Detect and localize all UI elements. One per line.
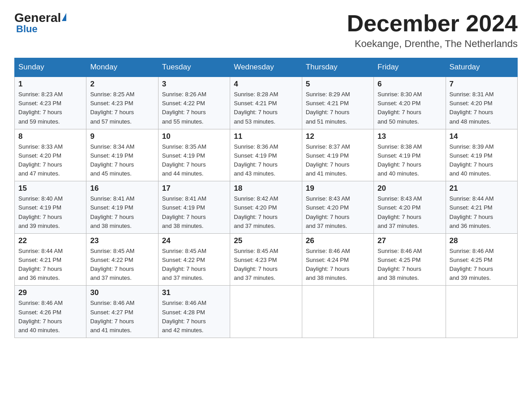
day-info: Sunrise: 8:46 AMSunset: 4:25 PMDaylight:…	[450, 247, 514, 283]
month-title: December 2024	[347, 11, 518, 36]
day-number: 9	[90, 132, 154, 141]
calendar-cell: 4Sunrise: 8:28 AMSunset: 4:21 PMDaylight…	[230, 77, 302, 129]
day-info: Sunrise: 8:23 AMSunset: 4:23 PMDaylight:…	[18, 90, 82, 126]
calendar-week-row: 22Sunrise: 8:44 AMSunset: 4:21 PMDayligh…	[15, 233, 518, 286]
day-number: 18	[234, 184, 298, 193]
day-number: 8	[18, 132, 82, 141]
calendar-cell: 17Sunrise: 8:41 AMSunset: 4:19 PMDayligh…	[158, 181, 230, 234]
day-number: 28	[450, 236, 514, 245]
calendar-header-row: SundayMondayTuesdayWednesdayThursdayFrid…	[15, 58, 518, 77]
day-number: 21	[450, 184, 514, 193]
day-number: 14	[450, 132, 514, 141]
calendar-cell: 1Sunrise: 8:23 AMSunset: 4:23 PMDaylight…	[15, 77, 86, 129]
day-number: 30	[90, 288, 154, 297]
day-number: 17	[162, 184, 226, 193]
calendar-cell: 21Sunrise: 8:44 AMSunset: 4:21 PMDayligh…	[446, 181, 517, 234]
day-info: Sunrise: 8:34 AMSunset: 4:19 PMDaylight:…	[90, 142, 154, 179]
calendar-cell: 13Sunrise: 8:38 AMSunset: 4:19 PMDayligh…	[374, 129, 446, 181]
calendar-week-row: 29Sunrise: 8:46 AMSunset: 4:26 PMDayligh…	[15, 286, 518, 338]
calendar-cell: 10Sunrise: 8:35 AMSunset: 4:19 PMDayligh…	[158, 129, 230, 181]
day-info: Sunrise: 8:28 AMSunset: 4:21 PMDaylight:…	[234, 90, 298, 126]
calendar-cell: 31Sunrise: 8:46 AMSunset: 4:28 PMDayligh…	[158, 286, 230, 338]
day-number: 24	[162, 236, 226, 245]
day-info: Sunrise: 8:37 AMSunset: 4:19 PMDaylight:…	[306, 142, 370, 179]
col-header-sunday: Sunday	[15, 58, 86, 77]
day-info: Sunrise: 8:25 AMSunset: 4:23 PMDaylight:…	[90, 90, 154, 126]
calendar-cell: 6Sunrise: 8:30 AMSunset: 4:20 PMDaylight…	[374, 77, 446, 129]
calendar-cell: 11Sunrise: 8:36 AMSunset: 4:19 PMDayligh…	[230, 129, 302, 181]
calendar-table: SundayMondayTuesdayWednesdayThursdayFrid…	[14, 58, 518, 338]
calendar-cell: 24Sunrise: 8:45 AMSunset: 4:22 PMDayligh…	[158, 233, 230, 286]
day-info: Sunrise: 8:46 AMSunset: 4:25 PMDaylight:…	[378, 247, 442, 283]
calendar-cell: 12Sunrise: 8:37 AMSunset: 4:19 PMDayligh…	[302, 129, 373, 181]
day-info: Sunrise: 8:45 AMSunset: 4:22 PMDaylight:…	[90, 247, 154, 283]
day-info: Sunrise: 8:45 AMSunset: 4:23 PMDaylight:…	[234, 247, 298, 283]
day-number: 16	[90, 184, 154, 193]
calendar-week-row: 15Sunrise: 8:40 AMSunset: 4:19 PMDayligh…	[15, 181, 518, 234]
day-info: Sunrise: 8:35 AMSunset: 4:19 PMDaylight:…	[162, 142, 226, 179]
day-info: Sunrise: 8:40 AMSunset: 4:19 PMDaylight:…	[18, 194, 82, 231]
page-header: General Blue December 2024 Koekange, Dre…	[14, 11, 518, 50]
calendar-cell: 20Sunrise: 8:43 AMSunset: 4:20 PMDayligh…	[374, 181, 446, 234]
calendar-cell: 23Sunrise: 8:45 AMSunset: 4:22 PMDayligh…	[86, 233, 158, 286]
day-info: Sunrise: 8:43 AMSunset: 4:20 PMDaylight:…	[306, 194, 370, 231]
calendar-cell	[446, 286, 517, 338]
calendar-cell: 29Sunrise: 8:46 AMSunset: 4:26 PMDayligh…	[15, 286, 86, 338]
day-number: 5	[306, 80, 370, 89]
day-number: 22	[18, 236, 82, 245]
day-info: Sunrise: 8:42 AMSunset: 4:20 PMDaylight:…	[234, 194, 298, 231]
day-number: 20	[378, 184, 442, 193]
calendar-cell: 7Sunrise: 8:31 AMSunset: 4:20 PMDaylight…	[446, 77, 517, 129]
col-header-monday: Monday	[86, 58, 158, 77]
day-info: Sunrise: 8:46 AMSunset: 4:28 PMDaylight:…	[162, 299, 226, 335]
day-info: Sunrise: 8:41 AMSunset: 4:19 PMDaylight:…	[90, 194, 154, 231]
day-number: 29	[18, 288, 82, 297]
day-number: 27	[378, 236, 442, 245]
col-header-thursday: Thursday	[302, 58, 373, 77]
day-number: 26	[306, 236, 370, 245]
day-info: Sunrise: 8:46 AMSunset: 4:24 PMDaylight:…	[306, 247, 370, 283]
day-number: 31	[162, 288, 226, 297]
calendar-cell: 9Sunrise: 8:34 AMSunset: 4:19 PMDaylight…	[86, 129, 158, 181]
day-number: 15	[18, 184, 82, 193]
col-header-tuesday: Tuesday	[158, 58, 230, 77]
day-number: 23	[90, 236, 154, 245]
day-number: 2	[90, 80, 154, 89]
day-info: Sunrise: 8:45 AMSunset: 4:22 PMDaylight:…	[162, 247, 226, 283]
day-number: 19	[306, 184, 370, 193]
calendar-cell: 25Sunrise: 8:45 AMSunset: 4:23 PMDayligh…	[230, 233, 302, 286]
day-info: Sunrise: 8:43 AMSunset: 4:20 PMDaylight:…	[378, 194, 442, 231]
day-number: 10	[162, 132, 226, 141]
day-number: 1	[18, 80, 82, 89]
day-info: Sunrise: 8:38 AMSunset: 4:19 PMDaylight:…	[378, 142, 442, 179]
day-info: Sunrise: 8:33 AMSunset: 4:20 PMDaylight:…	[18, 142, 82, 179]
calendar-cell: 15Sunrise: 8:40 AMSunset: 4:19 PMDayligh…	[15, 181, 86, 234]
day-info: Sunrise: 8:41 AMSunset: 4:19 PMDaylight:…	[162, 194, 226, 231]
logo-triangle-icon	[62, 13, 66, 21]
day-number: 3	[162, 80, 226, 89]
calendar-cell: 27Sunrise: 8:46 AMSunset: 4:25 PMDayligh…	[374, 233, 446, 286]
day-info: Sunrise: 8:46 AMSunset: 4:26 PMDaylight:…	[18, 299, 82, 335]
day-info: Sunrise: 8:26 AMSunset: 4:22 PMDaylight:…	[162, 90, 226, 126]
calendar-cell: 22Sunrise: 8:44 AMSunset: 4:21 PMDayligh…	[15, 233, 86, 286]
day-number: 13	[378, 132, 442, 141]
day-number: 11	[234, 132, 298, 141]
day-info: Sunrise: 8:36 AMSunset: 4:19 PMDaylight:…	[234, 142, 298, 179]
calendar-cell: 16Sunrise: 8:41 AMSunset: 4:19 PMDayligh…	[86, 181, 158, 234]
day-number: 25	[234, 236, 298, 245]
calendar-cell: 26Sunrise: 8:46 AMSunset: 4:24 PMDayligh…	[302, 233, 373, 286]
calendar-cell	[230, 286, 302, 338]
day-info: Sunrise: 8:29 AMSunset: 4:21 PMDaylight:…	[306, 90, 370, 126]
calendar-week-row: 1Sunrise: 8:23 AMSunset: 4:23 PMDaylight…	[15, 77, 518, 129]
day-info: Sunrise: 8:39 AMSunset: 4:19 PMDaylight:…	[450, 142, 514, 179]
calendar-cell: 30Sunrise: 8:46 AMSunset: 4:27 PMDayligh…	[86, 286, 158, 338]
day-number: 4	[234, 80, 298, 89]
day-info: Sunrise: 8:44 AMSunset: 4:21 PMDaylight:…	[18, 247, 82, 283]
calendar-cell: 3Sunrise: 8:26 AMSunset: 4:22 PMDaylight…	[158, 77, 230, 129]
col-header-friday: Friday	[374, 58, 446, 77]
day-info: Sunrise: 8:46 AMSunset: 4:27 PMDaylight:…	[90, 299, 154, 335]
logo-blue-text: Blue	[14, 23, 38, 35]
col-header-wednesday: Wednesday	[230, 58, 302, 77]
calendar-cell: 2Sunrise: 8:25 AMSunset: 4:23 PMDaylight…	[86, 77, 158, 129]
day-number: 6	[378, 80, 442, 89]
